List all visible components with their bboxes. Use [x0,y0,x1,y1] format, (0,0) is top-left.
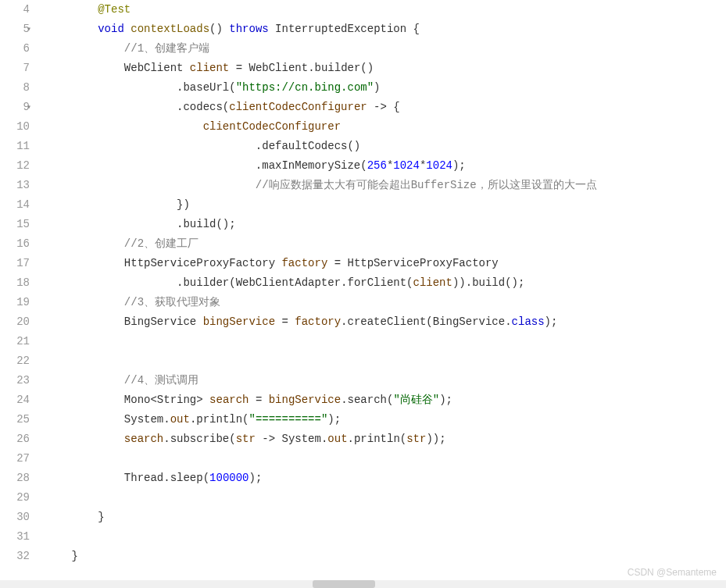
code-line[interactable]: } [45,547,726,566]
line-number: 15 [0,215,30,234]
line-number-text: 7 [23,59,30,78]
code-token: ( [229,273,235,293]
line-number: 25 [0,410,30,429]
code-line[interactable]: //2、创建工厂 [45,234,726,254]
code-token: ); [545,312,558,332]
line-number: 24 [0,390,30,410]
line-number: 10 [0,117,30,137]
code-line[interactable]: Thread.sleep(100000); [45,469,726,488]
code-token: . [177,78,183,98]
code-token [183,59,189,78]
chevron-down-icon[interactable]: ▾ [27,23,31,37]
line-number-text: 22 [16,351,30,371]
code-token: { [406,20,420,39]
code-line[interactable]: System.out.println("=========="); [45,410,726,429]
chevron-down-icon[interactable]: ▾ [27,101,31,115]
code-token: > [196,390,209,410]
code-token: = [327,254,347,273]
code-line[interactable]: } [45,508,726,527]
code-editor[interactable]: 45▾6789▾10111213141516171819202122232425… [0,0,726,566]
code-line[interactable] [45,351,726,371]
code-area[interactable]: @Test void contextLoads() throws Interru… [39,0,726,566]
code-line[interactable]: .defaultCodecs() [45,137,726,156]
code-token: class [512,312,545,332]
code-line[interactable] [45,527,726,547]
code-token: createClient [348,312,427,332]
code-token: . [256,156,262,176]
code-line[interactable] [45,332,726,351]
code-token: builder [183,273,229,293]
code-line[interactable]: .codecs(clientCodecConfigurer -> { [45,98,726,117]
line-number-text: 16 [16,234,30,254]
code-token: //3、获取代理对象 [124,293,220,312]
line-number: 16 [0,234,30,254]
code-token: ( [242,410,249,429]
code-line[interactable]: .maxInMemorySize(256*1024*1024); [45,156,726,176]
code-line[interactable]: BingService bingService = factory.create… [45,312,726,332]
code-token: client [413,273,452,293]
code-line[interactable]: Mono<String> search = bingService.search… [45,390,726,410]
line-number: 4 [0,0,30,20]
code-token: //1、创建客户端 [124,39,209,59]
line-number: 28 [0,469,30,488]
code-token: bingService [269,390,341,410]
line-number-text: 30 [16,508,30,527]
code-token: ( [360,156,367,176]
code-token: ); [439,390,452,410]
code-line[interactable]: //4、测试调用 [45,371,726,390]
code-token: () [209,20,229,39]
code-token: out [327,429,347,449]
line-number: 8 [0,78,30,98]
code-line[interactable]: clientCodecConfigurer [45,117,726,137]
code-token: clientCodecConfigurer [229,98,367,117]
code-line[interactable]: search.subscribe(str -> System.out.print… [45,429,726,449]
line-number-text: 8 [23,78,30,98]
code-token: contextLoads [131,20,209,39]
line-number: 29 [0,488,30,508]
code-line[interactable] [45,488,726,508]
code-token: 100000 [209,469,249,488]
code-line[interactable]: //1、创建客户端 [45,39,726,59]
line-number-text: 27 [16,449,30,469]
code-token: . [341,273,347,293]
code-token: . [163,410,170,429]
code-token: -> [256,429,282,449]
code-line[interactable]: //3、获取代理对象 [45,293,726,312]
line-number: 31 [0,527,30,547]
code-line[interactable]: }) [45,195,726,215]
code-line[interactable]: HttpServiceProxyFactory factory = HttpSe… [45,254,726,273]
code-token: ( [400,429,406,449]
code-line[interactable]: WebClient client = WebClient.builder() [45,59,726,78]
code-line[interactable]: .builder(WebClientAdapter.forClient(clie… [45,273,726,293]
line-number-text: 19 [16,293,30,312]
line-number-gutter: 45▾6789▾10111213141516171819202122232425… [0,0,39,566]
code-token: (); [505,273,524,293]
line-number: 9▾ [0,98,30,117]
code-token: ( [229,429,235,449]
code-token: sleep [170,469,203,488]
code-token: builder [315,59,361,78]
code-line[interactable] [45,449,726,469]
code-token: clientCodecConfigurer [203,117,341,137]
code-token: factory [281,254,327,273]
code-token: . [177,273,183,293]
code-line[interactable]: .build(); [45,215,726,234]
code-token: < [150,390,156,410]
code-token: build [472,273,505,293]
code-token: ); [249,469,263,488]
code-token: println [354,429,400,449]
code-line[interactable]: //响应数据量太大有可能会超出BufferSize，所以这里设置的大一点 [45,176,726,195]
code-line[interactable]: void contextLoads() throws InterruptedEx… [45,20,726,39]
code-token: = [229,59,249,78]
code-line[interactable]: @Test [45,0,726,20]
line-number-text: 6 [23,39,30,59]
code-token: HttpServiceProxyFactory [348,254,499,273]
code-token: . [505,312,511,332]
code-token: ( [426,312,432,332]
line-number: 7 [0,59,30,78]
code-line[interactable]: .baseUrl("https://cn.bing.com") [45,78,726,98]
line-number-text: 11 [16,137,30,156]
code-token: String [157,390,196,410]
code-token: out [170,410,190,429]
code-token: = [275,312,295,332]
